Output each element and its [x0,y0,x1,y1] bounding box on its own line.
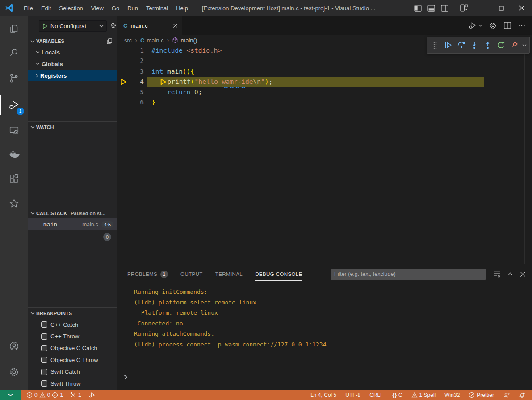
menu-selection[interactable]: Selection [55,0,87,16]
breakpoint-gutter[interactable] [117,46,132,56]
breakpoint-checkbox[interactable] [41,357,47,363]
line-number[interactable]: 2 [132,56,144,66]
code-text[interactable]: return 0; [144,87,202,97]
menu-edit[interactable]: Edit [37,0,55,16]
watch-header[interactable]: WATCH [28,121,117,132]
cursor-position[interactable]: Ln 4, Col 5 [308,392,339,398]
menu-file[interactable]: File [20,0,37,16]
docker-icon[interactable] [0,143,28,165]
breakpoint-checkbox[interactable] [41,321,47,328]
notifications-bell-icon[interactable] [516,392,528,399]
editor-scrollbar[interactable] [524,46,525,264]
breakpoint-item[interactable]: Objective C Catch [28,342,117,354]
line-number[interactable]: 6 [132,97,144,108]
breakpoint-gutter[interactable] [117,67,132,77]
breakpoint-checkbox[interactable] [41,345,47,351]
line-number[interactable]: 4 [132,77,144,87]
breakpoint-gutter[interactable] [117,77,132,87]
launch-config-dropdown[interactable]: No Configurat [39,20,107,32]
breakpoint-item[interactable]: Objective C Throw [28,354,117,366]
toggle-sidebar-icon[interactable] [411,2,424,14]
menu-view[interactable]: View [87,0,108,16]
eol-sequence[interactable]: CRLF [367,392,385,398]
toggle-secondary-sidebar-icon[interactable] [438,2,451,14]
toolbar-grip-handle[interactable] [429,38,440,52]
split-editor-icon[interactable] [503,21,511,29]
problems-status[interactable]: 0 0 1 [24,392,65,398]
stack-frame-row[interactable]: main main.c 4:5 [28,218,117,230]
tab-debug-console[interactable]: DEBUG CONSOLE [255,267,302,281]
tasks-status[interactable]: 1 [68,392,84,398]
code-text[interactable]: #include <stdio.h> [144,46,222,56]
accounts-icon[interactable] [0,335,28,357]
breakpoint-checkbox[interactable] [41,333,47,340]
continue-button[interactable] [442,38,453,52]
remote-indicator[interactable]: >< [0,390,21,400]
variables-header[interactable]: VARIABLES [28,36,117,46]
star-extension-icon[interactable] [0,192,28,214]
extensions-icon[interactable] [0,168,28,189]
menu-terminal[interactable]: Terminal [142,0,172,16]
maximize-button[interactable] [491,0,511,16]
clear-console-icon[interactable] [493,271,501,278]
line-number[interactable]: 3 [132,67,144,77]
breakpoint-gutter[interactable] [117,56,132,66]
breadcrumb-symbol[interactable]: main() [180,37,197,44]
breakpoint-checkbox[interactable] [41,380,47,387]
explorer-icon[interactable] [0,18,28,40]
menu-go[interactable]: Go [108,0,123,16]
debug-status-icon[interactable] [86,392,98,399]
run-or-debug-icon[interactable] [468,21,482,30]
breadcrumb-folder[interactable]: src [124,37,132,44]
breakpoint-gutter[interactable] [117,97,132,108]
breakpoint-item[interactable]: Swift Throw [28,378,117,389]
start-debug-icon[interactable] [42,23,48,29]
breakpoint-item[interactable]: C++ Catch [28,319,117,330]
formatter-status[interactable]: Prettier [466,392,496,398]
minimize-button[interactable] [470,0,491,16]
variables-scope-locals[interactable]: Locals [28,46,117,58]
console-filter-input[interactable] [331,269,486,280]
line-number[interactable]: 1 [132,46,144,56]
breakpoints-header[interactable]: BREAKPOINTS [28,307,117,319]
editor-settings-gear-icon[interactable] [489,21,497,30]
search-icon[interactable] [0,42,28,63]
language-mode[interactable]: {} C [390,392,405,398]
code-text[interactable]: printf("hello wamr-ide\n"); [144,77,272,87]
disconnect-button[interactable] [508,38,519,52]
menu-run[interactable]: Run [123,0,142,16]
variables-scope-globals[interactable]: Globals [28,58,117,70]
close-button[interactable] [511,0,532,16]
open-launch-json-gear-icon[interactable] [110,22,117,29]
step-over-button[interactable] [456,38,467,52]
settings-gear-icon[interactable] [0,361,28,383]
code-text[interactable]: int main(){ [144,67,194,77]
code-text[interactable]: } [144,97,155,108]
platform-target[interactable]: Win32 [442,392,462,398]
restart-button[interactable] [495,38,506,52]
tab-problems[interactable]: PROBLEMS 1 [127,267,168,281]
tab-terminal[interactable]: TERMINAL [215,267,243,281]
breakpoint-item[interactable]: C++ Throw [28,330,117,342]
feedback-person-icon[interactable] [501,392,512,399]
breakpoint-item[interactable]: Swift Catch [28,366,117,378]
spell-checker-status[interactable]: 1 Spell [409,392,438,398]
step-out-button[interactable] [482,38,493,52]
line-number[interactable]: 5 [132,87,144,97]
close-panel-icon[interactable] [520,271,526,277]
breakpoint-checkbox[interactable] [41,369,47,375]
maximize-panel-icon[interactable] [507,272,513,276]
tab-output[interactable]: OUTPUT [180,267,203,281]
variables-scope-registers[interactable]: Registers [28,70,117,81]
remote-explorer-icon[interactable] [0,120,28,141]
step-into-button[interactable] [469,38,480,52]
tab-close-icon[interactable] [173,23,178,28]
code-text[interactable] [144,56,151,66]
breakpoint-gutter[interactable] [117,87,132,97]
call-stack-header[interactable]: CALL STACK Paused on st... [28,208,117,218]
customize-layout-icon[interactable] [457,2,470,14]
debug-console-input-row[interactable] [117,372,532,382]
copy-value-icon[interactable] [106,38,113,44]
tab-main-c[interactable]: C main.c [117,16,182,35]
chevron-down-icon[interactable] [521,38,528,52]
